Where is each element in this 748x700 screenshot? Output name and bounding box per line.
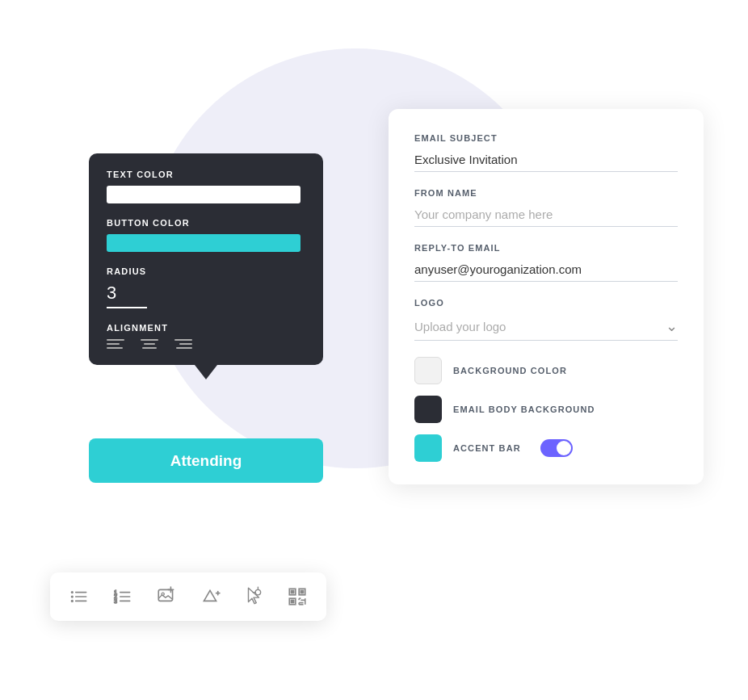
accent-bar-label: ACCENT BAR — [453, 443, 521, 453]
radius-value: 3 — [107, 283, 305, 304]
email-body-bg-label: EMAIL BODY BACKGROUND — [453, 404, 595, 414]
svg-point-2 — [71, 600, 74, 602]
from-name-input[interactable] — [414, 203, 678, 227]
text-color-swatch[interactable] — [107, 186, 300, 203]
align-center-icon[interactable] — [141, 339, 158, 349]
svg-rect-20 — [291, 590, 293, 593]
reply-to-field: REPLY-TO EMAIL — [414, 243, 678, 282]
logo-placeholder: Upload your logo — [414, 320, 506, 333]
reply-to-label: REPLY-TO EMAIL — [414, 243, 678, 253]
attending-button-label: Attending — [170, 452, 242, 470]
toggle-knob — [557, 441, 571, 455]
accent-bar-swatch[interactable] — [414, 434, 442, 462]
attending-button[interactable]: Attending — [89, 438, 323, 483]
align-left-icon[interactable] — [107, 339, 124, 349]
reply-to-input[interactable] — [414, 258, 678, 282]
button-color-label: BUTTON COLOR — [107, 218, 305, 228]
radius-label: RADIUS — [107, 266, 305, 276]
qr-code-icon[interactable] — [284, 584, 310, 610]
background-color-swatch[interactable] — [414, 357, 442, 384]
svg-point-0 — [71, 591, 74, 593]
logo-select[interactable]: Upload your logo ⌄ — [414, 312, 678, 341]
panel-pointer — [195, 365, 217, 379]
cursor-icon[interactable] — [241, 584, 267, 610]
email-body-bg-row: EMAIL BODY BACKGROUND — [414, 396, 678, 423]
chevron-down-icon: ⌄ — [666, 317, 678, 335]
svg-rect-24 — [291, 600, 293, 602]
email-form-panel: EMAIL SUBJECT FROM NAME REPLY-TO EMAIL L… — [389, 109, 704, 484]
add-image-icon[interactable] — [153, 584, 179, 610]
button-color-swatch[interactable] — [107, 234, 300, 252]
logo-label: LOGO — [414, 298, 678, 308]
text-color-label: TEXT COLOR — [107, 170, 305, 179]
email-subject-field: EMAIL SUBJECT — [414, 133, 678, 172]
radius-underline — [107, 307, 147, 308]
alignment-options — [107, 339, 305, 349]
accent-bar-toggle[interactable] — [540, 439, 573, 457]
from-name-label: FROM NAME — [414, 188, 678, 198]
alignment-label: ALIGNMENT — [107, 323, 305, 333]
ordered-list-icon[interactable]: 1 2 3 — [110, 584, 136, 610]
toolbar: 1 2 3 — [50, 572, 326, 621]
svg-text:3: 3 — [114, 598, 117, 604]
background-color-label: BACKGROUND COLOR — [453, 366, 567, 375]
email-subject-input[interactable] — [414, 148, 678, 172]
svg-rect-22 — [300, 590, 303, 593]
svg-point-18 — [255, 589, 261, 595]
email-subject-label: EMAIL SUBJECT — [414, 133, 678, 143]
color-options: BACKGROUND COLOR EMAIL BODY BACKGROUND A… — [414, 357, 678, 462]
accent-bar-row: ACCENT BAR — [414, 434, 678, 462]
settings-panel: TEXT COLOR BUTTON COLOR RADIUS 3 ALIGNME… — [89, 153, 323, 365]
background-color-row: BACKGROUND COLOR — [414, 357, 678, 384]
email-body-bg-swatch[interactable] — [414, 396, 442, 423]
add-shape-icon[interactable] — [197, 584, 223, 610]
from-name-field: FROM NAME — [414, 188, 678, 227]
svg-point-1 — [71, 595, 74, 597]
logo-field: LOGO Upload your logo ⌄ — [414, 298, 678, 341]
align-right-icon[interactable] — [174, 339, 192, 349]
unordered-list-icon[interactable] — [66, 584, 92, 610]
